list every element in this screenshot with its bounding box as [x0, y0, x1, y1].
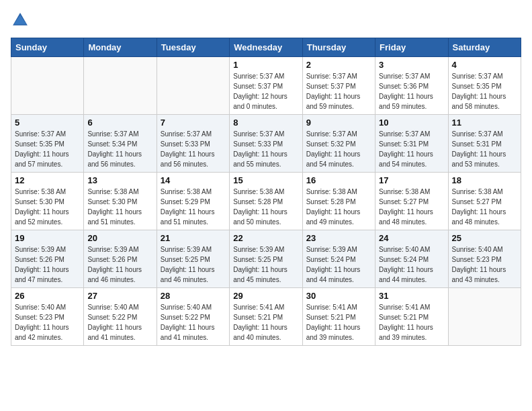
day-number: 26 — [15, 291, 80, 301]
day-number: 17 — [379, 175, 444, 185]
day-info: Sunrise: 5:38 AM Sunset: 5:29 PM Dayligh… — [161, 187, 226, 227]
day-number: 14 — [161, 175, 226, 185]
day-number: 11 — [452, 118, 517, 128]
day-number: 30 — [306, 291, 371, 301]
day-info: Sunrise: 5:37 AM Sunset: 5:37 PM Dayligh… — [233, 71, 298, 111]
page-header — [11, 11, 521, 30]
calendar-cell: 9Sunrise: 5:37 AM Sunset: 5:32 PM Daylig… — [302, 115, 375, 173]
day-number: 2 — [306, 60, 371, 70]
day-number: 27 — [87, 291, 152, 301]
calendar-cell: 4Sunrise: 5:37 AM Sunset: 5:35 PM Daylig… — [448, 57, 521, 115]
calendar-cell: 15Sunrise: 5:38 AM Sunset: 5:28 PM Dayli… — [230, 173, 302, 230]
day-info: Sunrise: 5:40 AM Sunset: 5:23 PM Dayligh… — [452, 244, 517, 285]
calendar-cell: 13Sunrise: 5:38 AM Sunset: 5:30 PM Dayli… — [84, 173, 157, 230]
day-info: Sunrise: 5:39 AM Sunset: 5:25 PM Dayligh… — [161, 244, 226, 285]
calendar-cell: 20Sunrise: 5:39 AM Sunset: 5:26 PM Dayli… — [84, 230, 157, 288]
day-number: 18 — [452, 175, 517, 185]
weekday-header: Tuesday — [157, 38, 229, 57]
svg-marker-1 — [14, 15, 27, 24]
day-info: Sunrise: 5:38 AM Sunset: 5:30 PM Dayligh… — [87, 187, 152, 227]
day-number: 20 — [87, 233, 152, 243]
calendar-week-row: 26Sunrise: 5:40 AM Sunset: 5:23 PM Dayli… — [11, 288, 521, 346]
day-info: Sunrise: 5:37 AM Sunset: 5:33 PM Dayligh… — [161, 129, 226, 169]
day-number: 25 — [452, 233, 517, 243]
day-number: 29 — [233, 291, 298, 301]
day-number: 16 — [306, 175, 371, 185]
logo — [11, 11, 32, 30]
day-info: Sunrise: 5:40 AM Sunset: 5:24 PM Dayligh… — [379, 244, 444, 285]
calendar-cell: 30Sunrise: 5:41 AM Sunset: 5:21 PM Dayli… — [302, 288, 375, 346]
calendar-week-row: 5Sunrise: 5:37 AM Sunset: 5:35 PM Daylig… — [11, 115, 521, 173]
calendar-week-row: 12Sunrise: 5:38 AM Sunset: 5:30 PM Dayli… — [11, 173, 521, 230]
day-number: 31 — [379, 291, 444, 301]
day-info: Sunrise: 5:41 AM Sunset: 5:21 PM Dayligh… — [306, 302, 371, 342]
calendar-cell — [448, 288, 521, 346]
weekday-header: Saturday — [448, 38, 521, 57]
day-info: Sunrise: 5:39 AM Sunset: 5:24 PM Dayligh… — [306, 244, 371, 285]
day-info: Sunrise: 5:38 AM Sunset: 5:27 PM Dayligh… — [379, 187, 444, 227]
day-number: 3 — [379, 60, 444, 70]
calendar-cell: 27Sunrise: 5:40 AM Sunset: 5:22 PM Dayli… — [84, 288, 157, 346]
calendar-cell: 1Sunrise: 5:37 AM Sunset: 5:37 PM Daylig… — [230, 57, 302, 115]
day-number: 5 — [15, 118, 80, 128]
calendar-cell: 29Sunrise: 5:41 AM Sunset: 5:21 PM Dayli… — [230, 288, 302, 346]
weekday-header: Thursday — [302, 38, 375, 57]
day-info: Sunrise: 5:39 AM Sunset: 5:26 PM Dayligh… — [87, 244, 152, 285]
calendar-cell: 18Sunrise: 5:38 AM Sunset: 5:27 PM Dayli… — [448, 173, 521, 230]
calendar-cell: 10Sunrise: 5:37 AM Sunset: 5:31 PM Dayli… — [375, 115, 448, 173]
calendar-cell: 16Sunrise: 5:38 AM Sunset: 5:28 PM Dayli… — [302, 173, 375, 230]
day-number: 13 — [87, 175, 152, 185]
day-info: Sunrise: 5:40 AM Sunset: 5:22 PM Dayligh… — [87, 302, 152, 342]
weekday-header: Monday — [84, 38, 157, 57]
day-info: Sunrise: 5:37 AM Sunset: 5:31 PM Dayligh… — [379, 129, 444, 169]
day-number: 12 — [15, 175, 80, 185]
day-info: Sunrise: 5:39 AM Sunset: 5:26 PM Dayligh… — [15, 244, 80, 285]
day-info: Sunrise: 5:37 AM Sunset: 5:37 PM Dayligh… — [306, 71, 371, 111]
day-number: 15 — [233, 175, 298, 185]
calendar-cell: 11Sunrise: 5:37 AM Sunset: 5:31 PM Dayli… — [448, 115, 521, 173]
weekday-header: Friday — [375, 38, 448, 57]
calendar-header-row: SundayMondayTuesdayWednesdayThursdayFrid… — [11, 38, 521, 57]
calendar-cell — [84, 57, 157, 115]
day-number: 21 — [161, 233, 226, 243]
day-info: Sunrise: 5:37 AM Sunset: 5:34 PM Dayligh… — [87, 129, 152, 169]
day-info: Sunrise: 5:37 AM Sunset: 5:31 PM Dayligh… — [452, 129, 517, 169]
logo-icon — [11, 11, 30, 30]
day-number: 4 — [452, 60, 517, 70]
day-info: Sunrise: 5:37 AM Sunset: 5:32 PM Dayligh… — [306, 129, 371, 169]
calendar-cell: 5Sunrise: 5:37 AM Sunset: 5:35 PM Daylig… — [11, 115, 84, 173]
calendar-week-row: 19Sunrise: 5:39 AM Sunset: 5:26 PM Dayli… — [11, 230, 521, 288]
calendar-cell: 6Sunrise: 5:37 AM Sunset: 5:34 PM Daylig… — [84, 115, 157, 173]
calendar-cell: 14Sunrise: 5:38 AM Sunset: 5:29 PM Dayli… — [157, 173, 229, 230]
day-number: 1 — [233, 60, 298, 70]
day-info: Sunrise: 5:41 AM Sunset: 5:21 PM Dayligh… — [233, 302, 298, 342]
day-number: 7 — [161, 118, 226, 128]
day-info: Sunrise: 5:38 AM Sunset: 5:28 PM Dayligh… — [233, 187, 298, 227]
calendar-cell: 23Sunrise: 5:39 AM Sunset: 5:24 PM Dayli… — [302, 230, 375, 288]
day-info: Sunrise: 5:37 AM Sunset: 5:35 PM Dayligh… — [15, 129, 80, 169]
calendar-cell: 2Sunrise: 5:37 AM Sunset: 5:37 PM Daylig… — [302, 57, 375, 115]
calendar-cell: 12Sunrise: 5:38 AM Sunset: 5:30 PM Dayli… — [11, 173, 84, 230]
day-info: Sunrise: 5:37 AM Sunset: 5:35 PM Dayligh… — [452, 71, 517, 111]
calendar-cell: 8Sunrise: 5:37 AM Sunset: 5:33 PM Daylig… — [230, 115, 302, 173]
calendar-cell: 17Sunrise: 5:38 AM Sunset: 5:27 PM Dayli… — [375, 173, 448, 230]
day-info: Sunrise: 5:41 AM Sunset: 5:21 PM Dayligh… — [379, 302, 444, 342]
day-info: Sunrise: 5:37 AM Sunset: 5:36 PM Dayligh… — [379, 71, 444, 111]
calendar-cell — [157, 57, 229, 115]
calendar-cell: 21Sunrise: 5:39 AM Sunset: 5:25 PM Dayli… — [157, 230, 229, 288]
day-info: Sunrise: 5:38 AM Sunset: 5:28 PM Dayligh… — [306, 187, 371, 227]
calendar-cell: 3Sunrise: 5:37 AM Sunset: 5:36 PM Daylig… — [375, 57, 448, 115]
calendar-cell: 7Sunrise: 5:37 AM Sunset: 5:33 PM Daylig… — [157, 115, 229, 173]
day-number: 24 — [379, 233, 444, 243]
calendar-cell: 22Sunrise: 5:39 AM Sunset: 5:25 PM Dayli… — [230, 230, 302, 288]
day-info: Sunrise: 5:39 AM Sunset: 5:25 PM Dayligh… — [233, 244, 298, 285]
calendar-cell: 25Sunrise: 5:40 AM Sunset: 5:23 PM Dayli… — [448, 230, 521, 288]
weekday-header: Wednesday — [230, 38, 302, 57]
calendar-cell — [11, 57, 84, 115]
calendar-cell: 26Sunrise: 5:40 AM Sunset: 5:23 PM Dayli… — [11, 288, 84, 346]
day-info: Sunrise: 5:40 AM Sunset: 5:22 PM Dayligh… — [161, 302, 226, 342]
calendar-cell: 31Sunrise: 5:41 AM Sunset: 5:21 PM Dayli… — [375, 288, 448, 346]
day-info: Sunrise: 5:40 AM Sunset: 5:23 PM Dayligh… — [15, 302, 80, 342]
day-number: 8 — [233, 118, 298, 128]
day-number: 10 — [379, 118, 444, 128]
